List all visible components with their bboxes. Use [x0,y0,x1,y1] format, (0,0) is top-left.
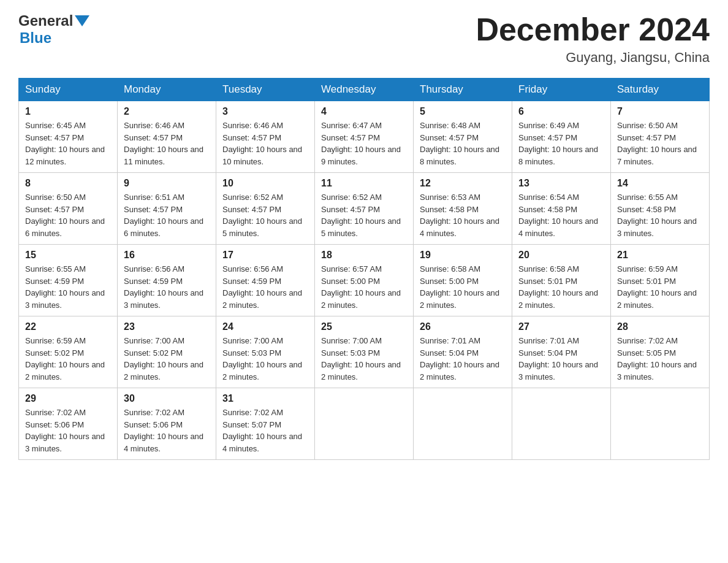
calendar-cell: 8 Sunrise: 6:50 AMSunset: 4:57 PMDayligh… [19,173,118,245]
day-number: 19 [420,250,506,261]
day-number: 18 [321,250,407,261]
day-number: 11 [321,178,407,189]
day-number: 26 [420,321,506,332]
calendar-week-2: 8 Sunrise: 6:50 AMSunset: 4:57 PMDayligh… [19,173,710,245]
day-info: Sunrise: 7:00 AMSunset: 5:02 PMDaylight:… [124,335,210,383]
day-number: 8 [25,178,111,189]
day-number: 2 [124,106,210,117]
calendar-cell: 24 Sunrise: 7:00 AMSunset: 5:03 PMDaylig… [216,316,315,388]
calendar-cell: 25 Sunrise: 7:00 AMSunset: 5:03 PMDaylig… [315,316,414,388]
calendar-cell: 27 Sunrise: 7:01 AMSunset: 5:04 PMDaylig… [512,316,611,388]
day-info: Sunrise: 6:49 AMSunset: 4:57 PMDaylight:… [518,120,604,167]
calendar-cell: 17 Sunrise: 6:56 AMSunset: 4:59 PMDaylig… [216,245,315,316]
day-number: 16 [124,250,210,261]
day-info: Sunrise: 6:58 AMSunset: 5:01 PMDaylight:… [518,263,604,311]
calendar-cell: 30 Sunrise: 7:02 AMSunset: 5:06 PMDaylig… [118,388,216,460]
calendar-cell: 23 Sunrise: 7:00 AMSunset: 5:02 PMDaylig… [118,316,216,388]
page-header: General Blue December 2024 Guyang, Jiang… [18,12,710,66]
day-info: Sunrise: 6:54 AMSunset: 4:58 PMDaylight:… [518,191,604,239]
calendar-header-tuesday: Tuesday [216,79,315,101]
calendar-cell: 2 Sunrise: 6:46 AMSunset: 4:57 PMDayligh… [118,101,216,173]
calendar-cell: 16 Sunrise: 6:56 AMSunset: 4:59 PMDaylig… [118,245,216,316]
day-info: Sunrise: 6:53 AMSunset: 4:58 PMDaylight:… [420,191,506,239]
day-number: 23 [124,321,210,332]
day-number: 27 [518,321,604,332]
calendar-cell: 4 Sunrise: 6:47 AMSunset: 4:57 PMDayligh… [315,101,414,173]
day-number: 30 [124,393,210,404]
calendar-cell [414,388,512,460]
calendar-cell: 5 Sunrise: 6:48 AMSunset: 4:57 PMDayligh… [414,101,512,173]
calendar-cell: 29 Sunrise: 7:02 AMSunset: 5:06 PMDaylig… [19,388,118,460]
day-info: Sunrise: 6:45 AMSunset: 4:57 PMDaylight:… [25,120,111,167]
day-number: 31 [222,393,308,404]
day-number: 1 [25,106,111,117]
day-info: Sunrise: 6:59 AMSunset: 5:01 PMDaylight:… [617,263,703,311]
day-info: Sunrise: 7:02 AMSunset: 5:06 PMDaylight:… [25,407,111,454]
day-number: 29 [25,393,111,404]
calendar-header-wednesday: Wednesday [315,79,414,101]
day-number: 21 [617,250,703,261]
calendar-cell: 28 Sunrise: 7:02 AMSunset: 5:05 PMDaylig… [611,316,710,388]
calendar-header-sunday: Sunday [19,79,118,101]
day-number: 12 [420,178,506,189]
day-info: Sunrise: 6:55 AMSunset: 4:58 PMDaylight:… [617,191,703,239]
day-number: 14 [617,178,703,189]
calendar-header-monday: Monday [118,79,216,101]
day-info: Sunrise: 6:56 AMSunset: 4:59 PMDaylight:… [222,263,308,311]
calendar-header-row: SundayMondayTuesdayWednesdayThursdayFrid… [19,79,710,101]
day-number: 25 [321,321,407,332]
day-number: 5 [420,106,506,117]
calendar-cell: 31 Sunrise: 7:02 AMSunset: 5:07 PMDaylig… [216,388,315,460]
day-info: Sunrise: 6:52 AMSunset: 4:57 PMDaylight:… [321,191,407,239]
day-info: Sunrise: 7:02 AMSunset: 5:07 PMDaylight:… [222,407,308,454]
calendar-week-1: 1 Sunrise: 6:45 AMSunset: 4:57 PMDayligh… [19,101,710,173]
calendar-cell: 1 Sunrise: 6:45 AMSunset: 4:57 PMDayligh… [19,101,118,173]
day-info: Sunrise: 7:01 AMSunset: 5:04 PMDaylight:… [420,335,506,383]
calendar-cell: 15 Sunrise: 6:55 AMSunset: 4:59 PMDaylig… [19,245,118,316]
calendar-cell [315,388,414,460]
calendar-cell: 19 Sunrise: 6:58 AMSunset: 5:00 PMDaylig… [414,245,512,316]
calendar-cell: 22 Sunrise: 6:59 AMSunset: 5:02 PMDaylig… [19,316,118,388]
day-number: 9 [124,178,210,189]
day-info: Sunrise: 6:46 AMSunset: 4:57 PMDaylight:… [222,120,308,167]
day-info: Sunrise: 6:57 AMSunset: 5:00 PMDaylight:… [321,263,407,311]
calendar-cell: 13 Sunrise: 6:54 AMSunset: 4:58 PMDaylig… [512,173,611,245]
day-number: 24 [222,321,308,332]
logo: General Blue [18,12,91,47]
location-text: Guyang, Jiangsu, China [476,50,710,66]
day-number: 7 [617,106,703,117]
day-info: Sunrise: 6:56 AMSunset: 4:59 PMDaylight:… [124,263,210,311]
calendar-week-5: 29 Sunrise: 7:02 AMSunset: 5:06 PMDaylig… [19,388,710,460]
day-number: 3 [222,106,308,117]
calendar-week-4: 22 Sunrise: 6:59 AMSunset: 5:02 PMDaylig… [19,316,710,388]
calendar-cell: 21 Sunrise: 6:59 AMSunset: 5:01 PMDaylig… [611,245,710,316]
calendar-header-saturday: Saturday [611,79,710,101]
calendar-cell [512,388,611,460]
day-info: Sunrise: 7:02 AMSunset: 5:05 PMDaylight:… [617,335,703,383]
calendar-cell: 20 Sunrise: 6:58 AMSunset: 5:01 PMDaylig… [512,245,611,316]
day-info: Sunrise: 7:01 AMSunset: 5:04 PMDaylight:… [518,335,604,383]
logo-blue-text: Blue [20,29,51,46]
day-info: Sunrise: 6:58 AMSunset: 5:00 PMDaylight:… [420,263,506,311]
calendar-cell: 6 Sunrise: 6:49 AMSunset: 4:57 PMDayligh… [512,101,611,173]
month-title: December 2024 [476,12,710,47]
calendar-cell: 9 Sunrise: 6:51 AMSunset: 4:57 PMDayligh… [118,173,216,245]
calendar-table: SundayMondayTuesdayWednesdayThursdayFrid… [18,78,710,460]
day-info: Sunrise: 6:48 AMSunset: 4:57 PMDaylight:… [420,120,506,167]
calendar-cell: 12 Sunrise: 6:53 AMSunset: 4:58 PMDaylig… [414,173,512,245]
calendar-cell: 11 Sunrise: 6:52 AMSunset: 4:57 PMDaylig… [315,173,414,245]
calendar-cell: 18 Sunrise: 6:57 AMSunset: 5:00 PMDaylig… [315,245,414,316]
calendar-cell: 10 Sunrise: 6:52 AMSunset: 4:57 PMDaylig… [216,173,315,245]
day-number: 15 [25,250,111,261]
calendar-cell: 14 Sunrise: 6:55 AMSunset: 4:58 PMDaylig… [611,173,710,245]
day-info: Sunrise: 7:02 AMSunset: 5:06 PMDaylight:… [124,407,210,454]
day-info: Sunrise: 7:00 AMSunset: 5:03 PMDaylight:… [222,335,308,383]
calendar-cell [611,388,710,460]
day-info: Sunrise: 6:46 AMSunset: 4:57 PMDaylight:… [124,120,210,167]
day-info: Sunrise: 6:50 AMSunset: 4:57 PMDaylight:… [25,191,111,239]
calendar-week-3: 15 Sunrise: 6:55 AMSunset: 4:59 PMDaylig… [19,245,710,316]
logo-general-text: General [18,12,73,29]
day-info: Sunrise: 6:55 AMSunset: 4:59 PMDaylight:… [25,263,111,311]
day-number: 13 [518,178,604,189]
day-number: 17 [222,250,308,261]
